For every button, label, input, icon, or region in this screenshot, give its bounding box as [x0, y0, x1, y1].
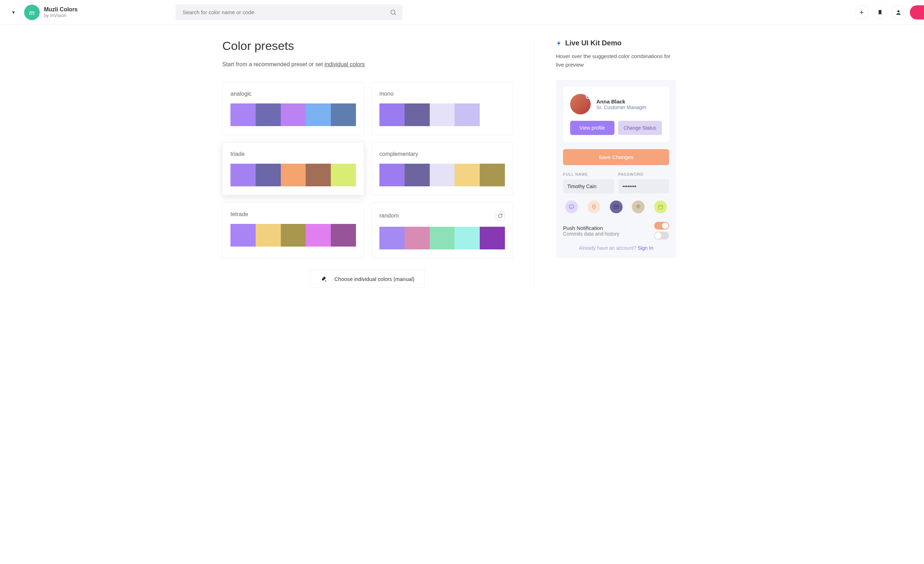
push-notification-sub: Commits data and history: [563, 231, 620, 236]
swatch-row: [231, 224, 356, 247]
password-label: PASSWORD: [618, 172, 669, 177]
subtitle-prefix: Start from a recommended preset or set: [222, 61, 324, 67]
color-swatch[interactable]: [430, 103, 455, 126]
svg-point-6: [593, 206, 594, 207]
dropdown-caret[interactable]: ▼: [9, 7, 18, 18]
bookmark-button[interactable]: [873, 5, 887, 19]
header-actions: [855, 5, 915, 19]
demo-card: Anna Black Sr. Customer Manager View pro…: [556, 80, 676, 258]
preset-name-label: analogic: [231, 91, 252, 97]
color-swatch[interactable]: [454, 227, 480, 250]
page-title: Color presets: [222, 39, 513, 53]
search-icon[interactable]: [390, 9, 397, 16]
demo-header: Live UI Kit Demo: [556, 39, 676, 47]
bolt-icon: [556, 40, 562, 46]
preset-card-triade[interactable]: triade: [222, 142, 364, 195]
paint-icon: [321, 275, 327, 282]
change-status-button[interactable]: Change Status: [618, 121, 662, 135]
location-icon[interactable]: [588, 200, 600, 213]
swatch-row: [380, 164, 505, 186]
signin-link[interactable]: Sign In: [638, 245, 654, 251]
svg-point-0: [391, 10, 395, 14]
preset-name-label: random: [380, 212, 399, 219]
preset-card-analogic[interactable]: analogic: [222, 82, 364, 135]
color-swatch[interactable]: [380, 227, 405, 250]
brand-subtitle: by InVision: [44, 13, 78, 18]
push-toggle-off[interactable]: [654, 232, 669, 239]
calendar-icon[interactable]: [654, 200, 667, 213]
swatch-row: [380, 103, 505, 126]
preset-card-complementary[interactable]: complementary: [371, 142, 513, 195]
preset-card-mono[interactable]: mono: [371, 82, 513, 135]
color-swatch[interactable]: [231, 224, 256, 247]
brand-logo: m: [24, 4, 40, 20]
color-swatch[interactable]: [405, 164, 430, 186]
color-swatch[interactable]: [256, 224, 281, 247]
color-swatch[interactable]: [380, 164, 405, 186]
svg-point-4: [897, 10, 900, 12]
signin-row: Already have an account? Sign In: [563, 245, 669, 251]
app-header: ▼ m Muzli Colors by InVision: [0, 0, 924, 25]
color-swatch[interactable]: [306, 103, 331, 126]
pink-action-button[interactable]: [910, 5, 924, 19]
preset-card-random[interactable]: random: [371, 202, 513, 258]
color-swatch[interactable]: [306, 224, 331, 247]
color-swatch[interactable]: [281, 224, 306, 247]
color-swatch[interactable]: [430, 227, 455, 250]
brand-title: Muzli Colors: [44, 6, 78, 13]
save-changes-button[interactable]: Save Changes: [563, 149, 669, 165]
profile-name: Anna Black: [596, 99, 646, 105]
demo-subtitle: Hover over the suggested color combinati…: [556, 52, 676, 69]
manual-colors-button[interactable]: Choose individual colors (manual): [310, 269, 425, 288]
mail-icon[interactable]: [610, 200, 622, 213]
color-swatch[interactable]: [430, 164, 455, 186]
page-subtitle: Start from a recommended preset or set i…: [222, 61, 513, 68]
demo-title: Live UI Kit Demo: [565, 39, 621, 47]
fullname-label: FULL NAME: [563, 172, 614, 177]
color-swatch[interactable]: [231, 103, 256, 126]
color-swatch[interactable]: [306, 164, 331, 186]
preset-name-label: mono: [380, 91, 394, 97]
color-swatch[interactable]: [454, 164, 480, 186]
avatar: [570, 94, 591, 114]
color-swatch[interactable]: [405, 103, 430, 126]
icon-row: [563, 200, 669, 213]
presets-grid: analogicmonotriadecomplementarytetradera…: [222, 82, 513, 258]
individual-colors-link[interactable]: individual colors: [324, 61, 365, 67]
search-container: [176, 4, 402, 20]
color-swatch[interactable]: [256, 164, 281, 186]
swatch-row: [231, 164, 356, 186]
color-swatch[interactable]: [331, 164, 356, 186]
color-swatch[interactable]: [231, 164, 256, 186]
color-swatch[interactable]: [480, 164, 505, 186]
refresh-icon[interactable]: [496, 211, 505, 220]
color-swatch[interactable]: [405, 227, 430, 250]
profile-role: Sr. Customer Manager: [596, 105, 646, 110]
svg-rect-8: [658, 205, 663, 209]
brand[interactable]: m Muzli Colors by InVision: [24, 4, 78, 20]
add-button[interactable]: [855, 5, 869, 19]
password-input[interactable]: [618, 179, 669, 193]
color-swatch[interactable]: [281, 103, 306, 126]
push-toggle-on[interactable]: [654, 222, 669, 230]
color-swatch[interactable]: [454, 103, 480, 126]
svg-rect-5: [569, 205, 574, 208]
color-swatch[interactable]: [331, 103, 356, 126]
color-swatch[interactable]: [380, 103, 405, 126]
push-notification-label: Push Notification: [563, 225, 620, 231]
preset-card-tetrade[interactable]: tetrade: [222, 202, 364, 258]
color-swatch[interactable]: [331, 224, 356, 247]
user-button[interactable]: [891, 5, 906, 19]
swatch-row: [231, 103, 356, 126]
profile-card: Anna Black Sr. Customer Manager View pro…: [563, 87, 669, 142]
fingerprint-icon[interactable]: [632, 200, 645, 213]
search-input[interactable]: [176, 4, 402, 20]
color-swatch[interactable]: [480, 103, 505, 126]
color-swatch[interactable]: [480, 227, 505, 250]
fullname-input[interactable]: [563, 179, 614, 193]
chat-icon[interactable]: [565, 200, 578, 213]
view-profile-button[interactable]: View profile: [570, 121, 615, 135]
color-swatch[interactable]: [281, 164, 306, 186]
manual-button-label: Choose individual colors (manual): [334, 276, 414, 282]
color-swatch[interactable]: [256, 103, 281, 126]
